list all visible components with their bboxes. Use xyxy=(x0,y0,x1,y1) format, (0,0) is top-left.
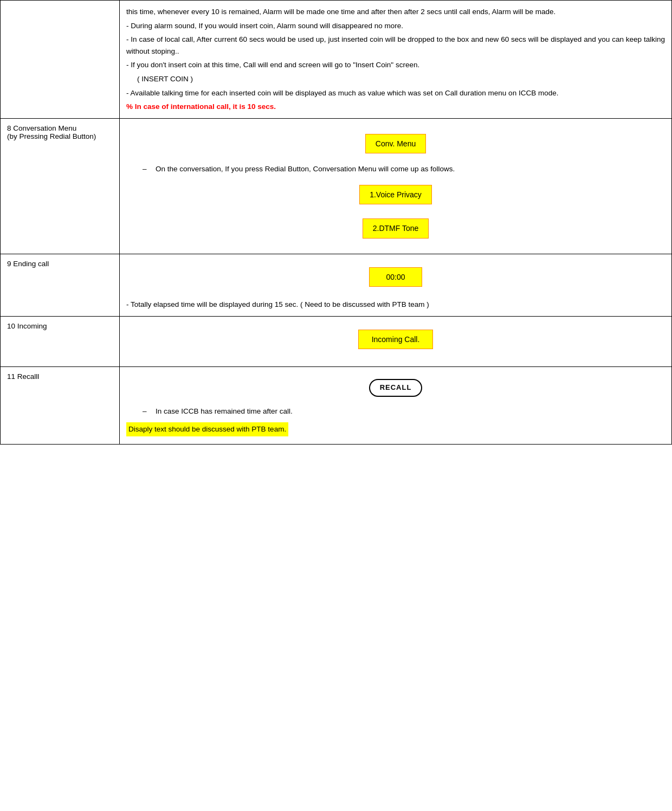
voice-privacy-box: 1.Voice Privacy xyxy=(359,185,432,204)
dtmf-tone-box-wrap: 2.DTMF Tone xyxy=(126,214,665,242)
table-row-10: 10 Incoming Incoming Call. xyxy=(1,316,672,366)
table-row-8: 8 Conversation Menu (by Pressing Redial … xyxy=(1,118,672,254)
conv-menu-box-wrap: Conv. Menu xyxy=(126,130,665,158)
right-col-9: 00:00 - Totally elapsed time will be dis… xyxy=(120,254,672,316)
top-line-5: ( INSERT COIN ) xyxy=(137,73,665,85)
main-table: this time, whenever every 10 is remained… xyxy=(0,0,672,445)
conv-menu-box: Conv. Menu xyxy=(365,134,426,153)
recall-button: RECALL xyxy=(369,379,423,397)
row8-bullet: – On the conversation, If you press Redi… xyxy=(143,163,665,175)
dash-icon-11: – xyxy=(143,406,151,417)
right-col-10: Incoming Call. xyxy=(120,316,672,366)
dtmf-tone-box: 2.DTMF Tone xyxy=(363,218,429,238)
incoming-call-box-wrap: Incoming Call. xyxy=(126,325,665,353)
left-col-9: 9 Ending call xyxy=(1,254,120,316)
row11-bullet: – In case ICCB has remained time after c… xyxy=(143,406,665,417)
top-line-3: - In case of local call, After current 6… xyxy=(126,34,665,57)
table-row-11: 11 Recalll RECALL – In case ICCB has rem… xyxy=(1,366,672,444)
right-col-top: this time, whenever every 10 is remained… xyxy=(120,1,672,119)
top-line-6: - Available talking time for each insert… xyxy=(126,87,665,99)
top-line-7: % In case of international call, it is 1… xyxy=(126,101,665,113)
left-col-top xyxy=(1,1,120,119)
left-col-10: 10 Incoming xyxy=(1,316,120,366)
table-row: this time, whenever every 10 is remained… xyxy=(1,1,672,119)
row9-bullet: - Totally elapsed time will be displayed… xyxy=(126,299,665,311)
voice-privacy-box-wrap: 1.Voice Privacy xyxy=(126,181,665,209)
left-col-8: 8 Conversation Menu (by Pressing Redial … xyxy=(1,118,120,254)
right-col-8: Conv. Menu – On the conversation, If you… xyxy=(120,118,672,254)
left-col-11: 11 Recalll xyxy=(1,366,120,444)
recall-btn-wrap: RECALL xyxy=(126,376,665,400)
timer-box: 00:00 xyxy=(369,267,422,287)
top-line-4: - If you don't insert coin at this time,… xyxy=(126,59,665,71)
row11-note-text: Disaply text should be discussed with PT… xyxy=(126,422,288,436)
dash-icon: – xyxy=(143,163,151,175)
top-line-2: - During alarm sound, If you would inser… xyxy=(126,20,665,32)
top-line-1: this time, whenever every 10 is remained… xyxy=(126,6,665,18)
incoming-call-box: Incoming Call. xyxy=(358,330,434,349)
timer-box-wrap: 00:00 xyxy=(126,263,665,291)
right-col-11: RECALL – In case ICCB has remained time … xyxy=(120,366,672,444)
table-row-9: 9 Ending call 00:00 - Totally elapsed ti… xyxy=(1,254,672,316)
row11-note: Disaply text should be discussed with PT… xyxy=(126,422,665,436)
